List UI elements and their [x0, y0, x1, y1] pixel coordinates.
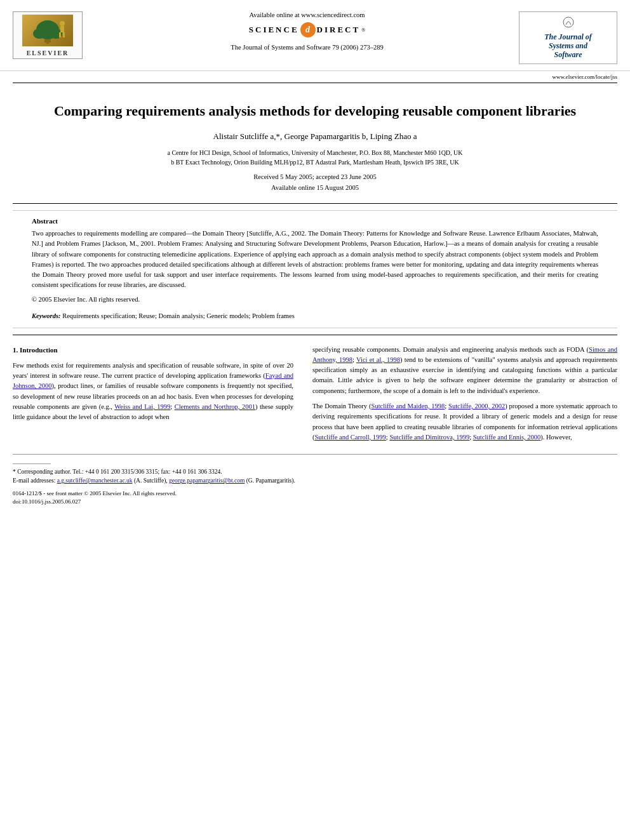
email-sutcliffe-link[interactable]: a.g.sutcliffe@manchester.ac.uk [57, 477, 133, 484]
main-content: 1. Introduction Few methods exist for re… [0, 335, 630, 454]
svg-rect-6 [60, 26, 64, 32]
svg-rect-4 [46, 40, 49, 44]
abstract-heading: Abstract [32, 217, 598, 225]
ref-sutcliffe-carroll[interactable]: Sutcliffe and Carroll, 1999 [314, 434, 385, 441]
svg-point-5 [60, 21, 65, 26]
sd-registered-icon: ® [361, 27, 365, 33]
footnote-star: * Corresponding author. Tel.: +44 0 161 … [13, 467, 617, 476]
ref-sutcliffe-ennis[interactable]: Sutcliffe and Ennis, 2000 [473, 434, 541, 441]
affiliations: a Centre for HCI Design, School of Infor… [38, 148, 592, 167]
elsevier-tree-image [22, 15, 73, 46]
journal-logo-box: The Journal of Systems and Software [519, 11, 617, 64]
journal-title-line1: The Journal of [544, 32, 592, 41]
ref-fayad[interactable]: Fayad and Johnson, 2000 [13, 372, 293, 389]
svg-point-9 [563, 17, 573, 27]
available-online-text: Available online at www.sciencedirect.co… [102, 11, 513, 18]
ref-clements[interactable]: Clements and Northrop, 2001 [175, 403, 255, 410]
email-label: E-mail addresses: [13, 477, 55, 484]
section1-title: 1. Introduction [13, 345, 293, 356]
svg-rect-7 [59, 32, 61, 37]
title-section: Comparing requirements analysis methods … [0, 83, 630, 203]
footer-issn: 0164-1212/$ - see front matter © 2005 El… [13, 490, 617, 498]
footnote-separator [13, 463, 51, 464]
copyright-text: © 2005 Elsevier Inc. All rights reserved… [32, 295, 598, 305]
journal-title-line2: Systems and [549, 41, 587, 50]
keywords-label: Keywords: [32, 312, 61, 319]
section1-para2: specifying reusable components. Domain a… [312, 345, 617, 396]
sd-icon: d [300, 22, 316, 37]
abstract-text: Two approaches to requirements modelling… [32, 229, 598, 291]
email-george-link[interactable]: george.papamargaritis@bt.com [169, 477, 245, 484]
journal-title-line3: Software [554, 50, 582, 59]
journal-title-right: The Journal of Systems and Software [525, 32, 612, 60]
affiliation-a: a Centre for HCI Design, School of Infor… [38, 148, 592, 157]
ref-sutcliffe-dimitrova[interactable]: Sutcliffe and Dimitrova, 1999 [389, 434, 469, 441]
ref-vici[interactable]: Vici et al., 1998 [356, 356, 400, 363]
affiliation-b: b BT Exact Technology, Orion Building ML… [38, 157, 592, 167]
elsevier-logo: ELSEVIER [13, 11, 83, 59]
abstract-section: Abstract Two approaches to requirements … [13, 210, 617, 328]
keywords-line: Keywords: Requirements specification; Re… [32, 311, 598, 321]
ref-weiss[interactable]: Weiss and Lai, 1999 [114, 403, 170, 410]
footer-doi: doi:10.1016/j.jss.2005.06.027 [13, 498, 617, 507]
section1-para3: The Domain Theory (Sutcliffe and Maiden,… [312, 401, 617, 443]
footnotes-area: * Corresponding author. Tel.: +44 0 161 … [13, 454, 617, 486]
header-left: ELSEVIER [13, 11, 95, 59]
svg-point-2 [33, 29, 46, 39]
header: ELSEVIER Available online at www.science… [0, 0, 630, 71]
available-date: Available online 15 August 2005 [38, 183, 592, 194]
sd-science-text: SCIENCE [249, 25, 299, 35]
elsevier-wordmark: ELSEVIER [27, 50, 69, 57]
ref-sutcliffe-maiden[interactable]: Sutcliffe and Maiden, 1998 [372, 403, 445, 410]
column-right: specifying reusable components. Domain a… [303, 345, 617, 448]
email-sutcliffe-name: (A. Sutcliffe), [134, 477, 168, 484]
header-center: Available online at www.sciencedirect.co… [95, 11, 519, 51]
journal-name-center: The Journal of Systems and Software 79 (… [102, 44, 513, 51]
elsevier-url: www.elsevier.com/locate/jss [0, 74, 630, 83]
main-title: Comparing requirements analysis methods … [38, 102, 592, 121]
column-left: 1. Introduction Few methods exist for re… [13, 345, 303, 448]
authors: Alistair Sutcliffe a,*, George Papamarga… [38, 131, 592, 142]
sciencedirect-logo: SCIENCE d DIRECT ® [102, 22, 513, 37]
ref-sutcliffe-2000[interactable]: Sutcliffe, 2000, 2002 [448, 403, 505, 410]
abstract-top-divider [13, 203, 617, 204]
footnote-emails: E-mail addresses: a.g.sutcliffe@manchest… [13, 476, 617, 485]
footer-info: 0164-1212/$ - see front matter © 2005 El… [0, 486, 630, 507]
email-george-name: (G. Papamargaritis). [246, 477, 295, 484]
page: ELSEVIER Available online at www.science… [0, 0, 630, 840]
svg-rect-8 [63, 32, 65, 37]
received-date: Received 5 May 2005; accepted 23 June 20… [38, 172, 592, 183]
dates: Received 5 May 2005; accepted 23 June 20… [38, 172, 592, 194]
journal-logo-decoration [525, 16, 612, 31]
sd-direct-text: DIRECT [317, 25, 361, 35]
keywords-text: Requirements specification; Reuse; Domai… [62, 312, 295, 319]
section1-para1: Few methods exist for requirements analy… [13, 361, 293, 423]
